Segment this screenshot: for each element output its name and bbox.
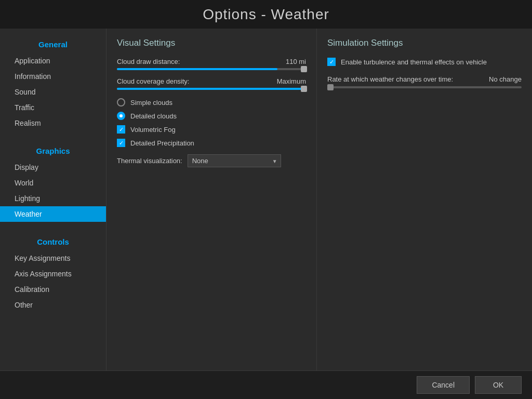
- ok-button[interactable]: OK: [475, 376, 522, 394]
- radio-simple-clouds-label: Simple clouds: [130, 99, 172, 107]
- sidebar-item-weather[interactable]: Weather: [0, 206, 106, 222]
- fog-precipitation-checkbox-group: Volumetric Fog Detailed Precipitation: [117, 125, 306, 147]
- sidebar-item-calibration[interactable]: Calibration: [0, 282, 106, 297]
- header: Options - Weather: [0, 0, 532, 29]
- cloud-coverage-density-fill: [117, 88, 306, 90]
- sidebar-item-display[interactable]: Display: [0, 159, 106, 175]
- checkbox-detailed-precipitation[interactable]: Detailed Precipitation: [117, 139, 306, 147]
- weather-change-rate-track[interactable]: [327, 86, 522, 88]
- content-area: Visual Settings Cloud draw distance: 110…: [107, 29, 532, 394]
- sidebar-item-application[interactable]: Application: [0, 53, 106, 69]
- thermal-row: Thermal visualization: None Low Medium H…: [117, 154, 306, 167]
- main-layout: General Application Information Sound Tr…: [0, 29, 532, 394]
- weather-change-rate-label-row: Rate at which weather changes over time:…: [327, 75, 522, 83]
- thermal-select[interactable]: None Low Medium High: [188, 154, 281, 167]
- weather-change-rate-label: Rate at which weather changes over time:: [327, 75, 453, 83]
- cloud-draw-distance-fill: [117, 68, 277, 70]
- radio-simple-clouds-indicator: [117, 98, 125, 107]
- cloud-draw-distance-row: Cloud draw distance: 110 mi: [117, 58, 306, 70]
- radio-detailed-clouds-label: Detailed clouds: [130, 112, 177, 120]
- simulation-settings-title: Simulation Settings: [327, 38, 522, 48]
- sidebar-item-other[interactable]: Other: [0, 297, 106, 313]
- turbulence-checkbox-row[interactable]: Enable turbulence and thermal effects on…: [327, 58, 522, 66]
- cloud-coverage-density-thumb[interactable]: [301, 86, 307, 92]
- sidebar-item-information[interactable]: Information: [0, 69, 106, 84]
- visual-settings-panel: Visual Settings Cloud draw distance: 110…: [107, 29, 317, 394]
- thermal-label: Thermal visualization:: [117, 157, 182, 165]
- sidebar-item-sound[interactable]: Sound: [0, 84, 106, 100]
- checkbox-volumetric-fog-label: Volumetric Fog: [130, 126, 176, 134]
- checkbox-volumetric-fog[interactable]: Volumetric Fog: [117, 125, 306, 134]
- radio-simple-clouds[interactable]: Simple clouds: [117, 98, 306, 107]
- sidebar-item-realism[interactable]: Realism: [0, 115, 106, 131]
- cloud-coverage-density-track[interactable]: [117, 88, 306, 90]
- thermal-select-wrapper: None Low Medium High: [188, 154, 281, 167]
- sidebar-item-lighting[interactable]: Lighting: [0, 191, 106, 206]
- weather-change-rate-value: No change: [489, 75, 522, 83]
- radio-detailed-clouds-indicator: [117, 112, 125, 120]
- bottom-bar: Cancel OK: [0, 370, 532, 399]
- sidebar-item-key-assignments[interactable]: Key Assignments: [0, 250, 106, 266]
- sidebar-group-general: General: [0, 34, 106, 53]
- checkbox-detailed-precipitation-label: Detailed Precipitation: [130, 139, 194, 147]
- weather-change-rate-row: Rate at which weather changes over time:…: [327, 75, 522, 88]
- turbulence-checkbox-indicator: [327, 58, 336, 66]
- cloud-draw-distance-thumb[interactable]: [301, 66, 307, 72]
- checkbox-volumetric-fog-indicator: [117, 125, 125, 134]
- checkbox-detailed-precipitation-indicator: [117, 139, 125, 147]
- cloud-type-radio-group: Simple clouds Detailed clouds: [117, 98, 306, 120]
- cloud-draw-distance-track[interactable]: [117, 68, 306, 70]
- visual-settings-title: Visual Settings: [117, 38, 306, 48]
- cloud-coverage-density-value: Maximum: [277, 77, 306, 85]
- sidebar-item-traffic[interactable]: Traffic: [0, 100, 106, 115]
- sidebar: General Application Information Sound Tr…: [0, 29, 107, 394]
- weather-change-rate-thumb[interactable]: [327, 84, 334, 90]
- sidebar-group-graphics: Graphics: [0, 140, 106, 159]
- sidebar-item-world[interactable]: World: [0, 175, 106, 191]
- cloud-coverage-density-label: Cloud coverage density:: [117, 77, 189, 85]
- cancel-button[interactable]: Cancel: [417, 376, 470, 394]
- turbulence-checkbox-label: Enable turbulence and thermal effects on…: [341, 58, 487, 66]
- page-title: Options - Weather: [203, 6, 329, 23]
- radio-detailed-clouds[interactable]: Detailed clouds: [117, 112, 306, 120]
- cloud-coverage-density-label-row: Cloud coverage density: Maximum: [117, 77, 306, 85]
- cloud-draw-distance-label: Cloud draw distance:: [117, 58, 180, 65]
- simulation-settings-panel: Simulation Settings Enable turbulence an…: [317, 29, 532, 394]
- cloud-draw-distance-label-row: Cloud draw distance: 110 mi: [117, 58, 306, 65]
- sidebar-item-axis-assignments[interactable]: Axis Assignments: [0, 266, 106, 282]
- cloud-draw-distance-value: 110 mi: [286, 58, 306, 65]
- cloud-coverage-density-row: Cloud coverage density: Maximum: [117, 77, 306, 90]
- sidebar-group-controls: Controls: [0, 231, 106, 250]
